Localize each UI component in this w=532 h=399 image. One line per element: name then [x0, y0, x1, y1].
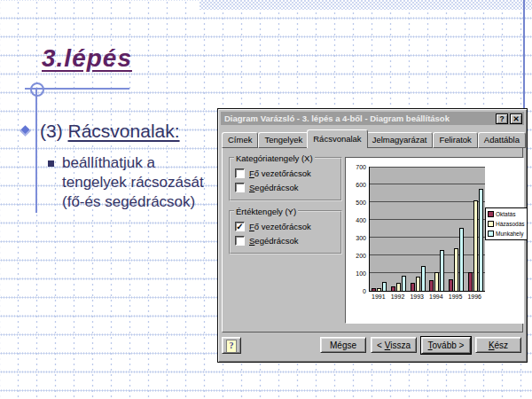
bullet-gridlines: (3) Rácsvonalak: — [21, 121, 180, 142]
bar-házasodás-1996 — [473, 200, 478, 291]
bar-group-1993 — [408, 167, 427, 291]
bar-házasodás-1992 — [396, 283, 401, 291]
bar-oktatás-1994 — [429, 280, 434, 291]
help-titlebar-button[interactable]: ? — [496, 113, 508, 124]
bullet-label: Rácsvonalak: — [68, 121, 180, 141]
diamond-bullet-icon — [20, 125, 31, 137]
tab-strip: CímekTengelyekRácsvonalakJelmagyarázatFe… — [222, 130, 526, 148]
wizard-button-row: ? Mégse< VisszaTovább >Kész — [222, 336, 521, 354]
chart-plot-area — [369, 167, 485, 292]
legend-swatch — [488, 221, 494, 227]
y-axis-label: 100 — [347, 270, 366, 277]
checkbox-row-x-segedracsok[interactable]: Segédrácsok — [235, 183, 336, 192]
gridlines-tab-page: Kategóriatengely (X)Fő vezetőrácsokSegéd… — [222, 147, 523, 332]
y-axis-label: 600 — [347, 182, 366, 188]
bar-group-1996 — [466, 167, 485, 291]
legend-label: Oktatás — [496, 211, 515, 217]
bar-munkahely-1994 — [440, 250, 444, 291]
bar-munkahely-1991 — [382, 282, 387, 291]
legend-item: Munkahely — [488, 231, 525, 237]
bar-munkahely-1992 — [402, 276, 406, 291]
bar-munkahely-1996 — [479, 189, 483, 291]
bar-oktatás-1991 — [372, 288, 376, 291]
x-axis-label: 1991 — [369, 293, 388, 300]
close-button[interactable]: ✕ — [510, 113, 522, 124]
group-kategoriatengely-x: Kategóriatengely (X)Fő vezetőrácsokSegéd… — [229, 157, 342, 201]
bar-group-1995 — [447, 167, 466, 291]
button-vissza[interactable]: < Vissza — [371, 337, 417, 353]
slide-title: 3.lépés — [42, 44, 132, 73]
bar-oktatás-1993 — [411, 283, 415, 291]
sub-bullet-line: (fő-és segédrácsok) — [62, 192, 204, 212]
x-axis-label: 1996 — [465, 293, 484, 300]
bar-munkahely-1995 — [459, 228, 464, 291]
chart-wizard-dialog: Diagram Varázsló - 3. lépés a 4-ből - Di… — [217, 108, 528, 363]
button-tovabb[interactable]: Tovább > — [421, 337, 471, 354]
sub-bullet-text: beállíthatjuk a tengelyek rácsozását (fő… — [62, 153, 204, 212]
y-axis-label: 300 — [347, 235, 366, 241]
x-axis-label: 1995 — [446, 293, 466, 300]
checkbox-label-x-fo-vezetoracsok: Fő vezetőrácsok — [249, 168, 311, 178]
bar-házasodás-1991 — [377, 288, 381, 291]
group-label-kategoriatengely-x: Kategóriatengely (X) — [234, 153, 315, 163]
legend-swatch — [488, 231, 494, 237]
tab-racsvonalak[interactable]: Rácsvonalak — [307, 129, 367, 148]
sub-bullet-line: tengelyek rácsozását — [62, 173, 204, 192]
bar-oktatás-1992 — [391, 286, 395, 291]
dialog-title: Diagram Varázsló - 3. lépés a 4-ből - Di… — [224, 113, 496, 123]
checkbox-x-segedracsok[interactable] — [235, 183, 245, 192]
y-axis-label: 500 — [347, 200, 366, 206]
checkbox-y-fo-vezetoracsok[interactable]: ✓ — [235, 222, 245, 231]
y-axis-label: 400 — [347, 217, 366, 223]
dialog-titlebar[interactable]: Diagram Varázsló - 3. lépés a 4-ből - Di… — [221, 112, 524, 125]
bar-oktatás-1995 — [449, 279, 453, 291]
tab-tengelyek[interactable]: Tengelyek — [258, 132, 309, 148]
bar-házasodás-1993 — [416, 277, 420, 291]
x-axis-label: 1992 — [388, 293, 408, 300]
help-button[interactable]: ? — [222, 337, 241, 354]
checkbox-y-segedracsok[interactable] — [235, 236, 245, 246]
slide: 3.lépés (3) Rácsvonalak: beállíthatjuk a… — [0, 0, 532, 399]
tab-jelmagyarazat[interactable]: Jelmagyarázat — [366, 132, 434, 148]
bullet-prefix: (3) — [40, 121, 68, 141]
bar-group-1994 — [427, 167, 447, 291]
hatch-band — [200, 0, 532, 10]
bar-házasodás-1994 — [434, 272, 439, 291]
checkbox-label-y-segedracsok: Segédrácsok — [249, 236, 298, 246]
checkbox-label-y-fo-vezetoracsok: Fő vezetőrácsok — [249, 222, 311, 231]
y-axis-label: 0 — [347, 288, 366, 294]
checkbox-row-x-fo-vezetoracsok[interactable]: Fő vezetőrácsok — [235, 168, 336, 178]
button-kesz[interactable]: Kész — [475, 337, 521, 353]
y-axis-label: 700 — [347, 164, 366, 170]
sub-bullet-line: beállíthatjuk a — [62, 153, 204, 173]
checkbox-x-fo-vezetoracsok[interactable] — [235, 168, 245, 178]
legend-item: Oktatás — [488, 211, 525, 217]
tab-feliratok[interactable]: Feliratok — [433, 132, 477, 148]
button-megse[interactable]: Mégse — [320, 337, 366, 353]
y-axis-label: 200 — [347, 253, 366, 259]
vertical-accent-line — [35, 89, 37, 213]
help-icon: ? — [226, 340, 237, 353]
bar-munkahely-1993 — [421, 266, 426, 291]
circle-decoration — [30, 82, 44, 97]
legend-item: Házasodás — [488, 221, 525, 227]
checkbox-row-y-fo-vezetoracsok[interactable]: ✓Fő vezetőrácsok — [235, 222, 336, 231]
checkbox-label-x-segedracsok: Segédrácsok — [249, 183, 298, 192]
bar-group-1992 — [389, 167, 409, 291]
bullet-text: (3) Rácsvonalak: — [40, 121, 180, 142]
gridline-groups: Kategóriatengely (X)Fő vezetőrácsokSegéd… — [229, 157, 342, 263]
sub-bullet: beállíthatjuk a tengelyek rácsozását (fő… — [48, 153, 204, 212]
chart-preview: 0100200300400500600700199119921993199419… — [345, 157, 524, 324]
tab-adattabla[interactable]: Adattábla — [478, 132, 526, 148]
checkbox-row-y-segedracsok[interactable]: Segédrácsok — [235, 236, 336, 246]
legend-label: Munkahely — [496, 231, 523, 237]
group-label-ertektengely-y: Értéktengely (Y) — [234, 207, 298, 216]
bar-házasodás-1995 — [454, 248, 458, 291]
bar-group-1991 — [370, 167, 389, 291]
tab-cimek[interactable]: Címek — [222, 132, 258, 148]
legend-label: Házasodás — [496, 221, 525, 227]
legend-swatch — [488, 211, 494, 217]
square-bullet-icon — [48, 160, 54, 167]
bar-oktatás-1996 — [468, 272, 473, 291]
x-axis-labels: 199119921993199419951996 — [369, 293, 484, 300]
